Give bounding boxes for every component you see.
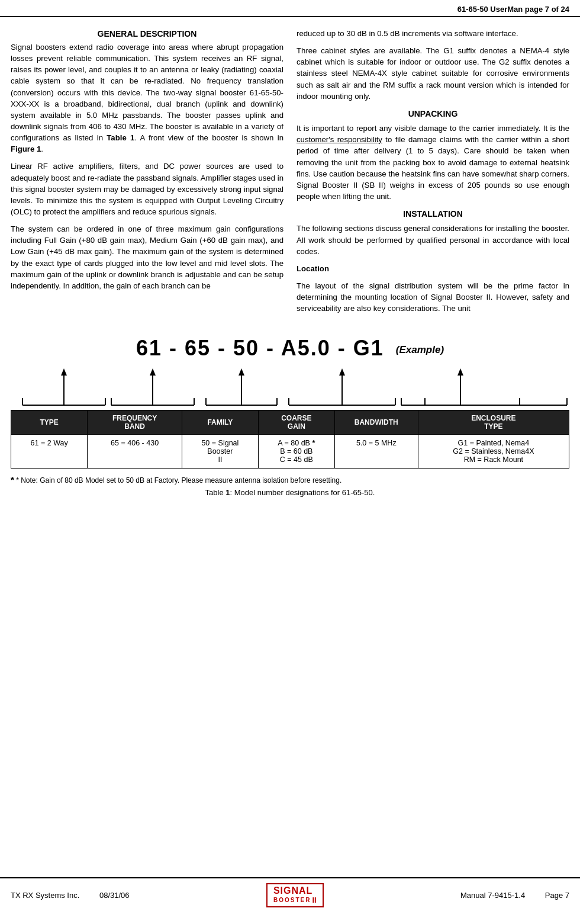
right-column: reduced up to 30 dB in 0.5 dB increments… — [297, 28, 569, 320]
unpacking-title: UNPACKING — [297, 108, 569, 120]
svg-marker-7 — [339, 368, 345, 376]
diagram-area: 61 - 65 - 50 - A5.0 - G1 (Example) — [11, 331, 569, 410]
model-number-line: 61 - 65 - 50 - A5.0 - G1 (Example) — [11, 336, 569, 360]
left-para-3: The system can be ordered in one of thre… — [11, 223, 283, 291]
page-header: 61-65-50 UserMan page 7 of 24 — [0, 0, 580, 17]
right-para-1: reduced up to 30 dB in 0.5 dB increments… — [297, 28, 569, 39]
arrows-svg — [11, 362, 569, 410]
svg-marker-1 — [61, 368, 67, 376]
right-para-2: Three cabinet styles are available. The … — [297, 45, 569, 102]
logo-top: SIGNAL — [273, 886, 317, 896]
arrows-diagram — [11, 362, 569, 410]
col-freq-band: FREQUENCYBAND — [88, 410, 182, 435]
right-para-4: The following sections discuss general c… — [297, 223, 569, 256]
location-title: Location — [297, 263, 569, 274]
cell-enclosure-type: G1 = Painted, Nema4G2 = Stainless, Nema4… — [418, 435, 569, 469]
left-column: GENERAL DESCRIPTION Signal boosters exte… — [11, 28, 283, 320]
table-header-row: TYPE FREQUENCYBAND FAMILY COARSEGAIN BAN… — [11, 410, 569, 435]
table-row: 61 = 2 Way 65 = 406 - 430 50 = SignalBoo… — [11, 435, 569, 469]
col-bandwidth: BANDWIDTH — [334, 410, 418, 435]
col-type: TYPE — [11, 410, 88, 435]
page-footer: TX RX Systems Inc. 08/31/06 SIGNAL BOOST… — [0, 877, 580, 912]
footer-right: Manual 7-9415-1.4 Page 7 — [460, 891, 569, 900]
cell-family: 50 = SignalBoosterII — [182, 435, 258, 469]
svg-marker-5 — [239, 368, 244, 376]
logo-wrapper: SIGNAL BOOSTER II — [266, 883, 324, 907]
manual-number: Manual 7-9415-1.4 — [460, 891, 525, 900]
installation-title: INSTALLATION — [297, 208, 569, 220]
table-ref: Table 1 — [107, 133, 134, 142]
right-para-5: The layout of the signal distribution sy… — [297, 280, 569, 314]
cell-coarse-gain: A = 80 dB *B = 60 dBC = 45 dB — [258, 435, 334, 469]
caption-pre: Table — [205, 488, 226, 497]
table-caption: Table 1: Model number designations for 6… — [11, 488, 569, 497]
model-number-text: 61 - 65 - 50 - A5.0 - G1 — [136, 336, 384, 360]
left-para-1: Signal boosters extend radio coverage in… — [11, 41, 283, 155]
left-body-text: Signal boosters extend radio coverage in… — [11, 41, 283, 291]
asterisk-symbol: * — [11, 474, 14, 485]
right-body-text: reduced up to 30 dB in 0.5 dB increments… — [297, 28, 569, 314]
col-enclosure-type: ENCLOSURETYPE — [418, 410, 569, 435]
location-heading: Location — [297, 264, 329, 273]
left-para-2: Linear RF active amplifiers, filters, an… — [11, 161, 283, 217]
cell-freq-band: 65 = 406 - 430 — [88, 435, 182, 469]
asterisk-note: * * Note: Gain of 80 dB Model set to 50 … — [11, 474, 569, 485]
example-label: (Example) — [396, 344, 444, 355]
col-coarse-gain: COARSEGAIN — [258, 410, 334, 435]
asterisk-text: * Note: Gain of 80 dB Model set to 50 dB… — [16, 476, 341, 485]
logo-roman-two: II — [312, 896, 316, 904]
svg-marker-9 — [457, 368, 463, 376]
page-number: Page 7 — [545, 891, 569, 900]
footer-date: 08/31/06 — [99, 891, 130, 900]
table-section: TYPE FREQUENCYBAND FAMILY COARSEGAIN BAN… — [11, 410, 569, 469]
page-title: 61-65-50 UserMan page 7 of 24 — [457, 5, 569, 14]
col-family: FAMILY — [182, 410, 258, 435]
caption-post: : Model number designations for 61-65-50… — [230, 488, 375, 497]
logo-bottom: BOOSTER — [273, 897, 311, 903]
main-content: GENERAL DESCRIPTION Signal boosters exte… — [0, 17, 580, 320]
model-table: TYPE FREQUENCYBAND FAMILY COARSEGAIN BAN… — [11, 410, 569, 469]
general-description-title: GENERAL DESCRIPTION — [11, 29, 283, 38]
right-para-3: It is important to report any visible da… — [297, 123, 569, 202]
company-name: TX RX Systems Inc. — [11, 891, 79, 900]
svg-marker-3 — [150, 368, 156, 376]
cell-bandwidth: 5.0 = 5 MHz — [334, 435, 418, 469]
cell-type: 61 = 2 Way — [11, 435, 88, 469]
responsibility-text: customer's responsibility — [297, 135, 382, 144]
figure-ref: Figure 1 — [11, 145, 41, 153]
footer-left: TX RX Systems Inc. 08/31/06 — [11, 891, 130, 900]
signal-booster-logo: SIGNAL BOOSTER II — [266, 883, 324, 907]
